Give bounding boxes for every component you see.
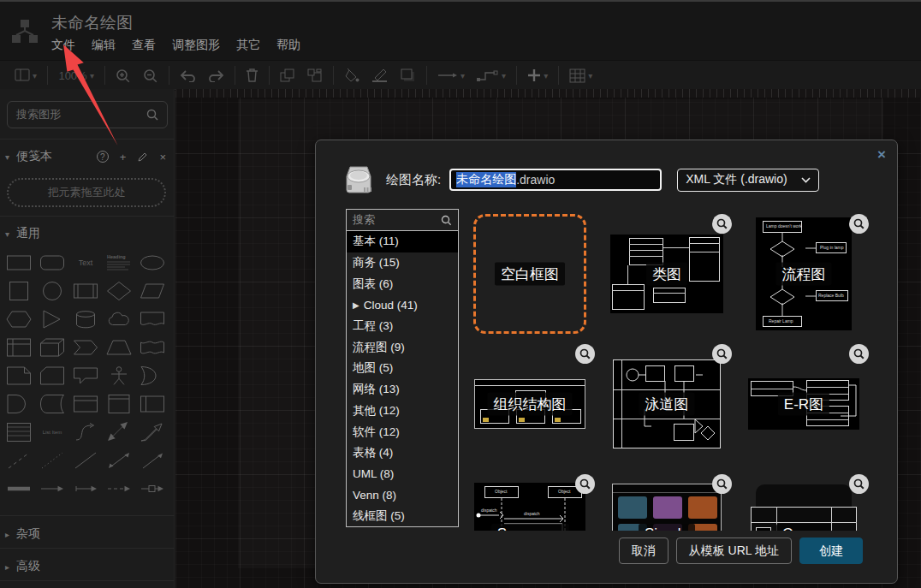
file-type-select[interactable]: XML 文件 (.drawio) <box>677 169 819 192</box>
to-front-button[interactable] <box>274 65 301 86</box>
shape-arrow-h[interactable] <box>35 474 68 502</box>
close-icon[interactable]: × <box>159 151 166 163</box>
shape-parallelogram[interactable] <box>135 276 169 305</box>
category-item-13[interactable]: 线框图 (5) <box>347 506 458 527</box>
template-simple[interactable]: Simple <box>598 469 735 531</box>
category-item-2[interactable]: 图表 (6) <box>347 273 458 294</box>
shape-circle[interactable] <box>35 276 68 305</box>
shape-search-input[interactable]: 搜索图形 <box>7 101 168 128</box>
template-swimlane[interactable]: 泳道图 <box>598 339 735 469</box>
shape-dashed-arrow-h[interactable] <box>102 474 135 502</box>
template-er-diagram[interactable]: E-R图 <box>735 339 872 469</box>
misc-section-header[interactable]: ▸ 杂项 <box>0 521 175 547</box>
shape-text[interactable]: Text <box>68 248 102 276</box>
zoom-level-dropdown[interactable]: 100% ▾ <box>52 66 100 86</box>
shape-bidirectional-arrow[interactable] <box>102 418 135 446</box>
category-item-1[interactable]: 商务 (15) <box>347 252 458 274</box>
scratchpad-dropzone[interactable]: 把元素拖至此处 <box>7 178 166 207</box>
shape-step[interactable] <box>68 333 102 361</box>
menu-help[interactable]: 帮助 <box>276 38 300 53</box>
preview-zoom-icon[interactable] <box>849 214 869 234</box>
menu-arrange[interactable]: 调整图形 <box>172 38 220 53</box>
line-color-button[interactable] <box>365 65 395 86</box>
category-item-8[interactable]: 其他 (12) <box>347 401 458 422</box>
redo-button[interactable] <box>202 66 230 86</box>
insert-button[interactable]: ▾ <box>521 65 554 86</box>
shape-triangle[interactable] <box>35 305 68 333</box>
shape-cloud[interactable] <box>102 305 135 333</box>
shape-and[interactable] <box>2 389 35 418</box>
menu-file[interactable]: 文件 <box>51 38 75 53</box>
menu-view[interactable]: 查看 <box>132 38 156 53</box>
shape-cylinder[interactable] <box>68 305 102 333</box>
preview-zoom-icon[interactable] <box>712 474 732 494</box>
shape-card[interactable] <box>35 361 68 389</box>
shape-trapezoid[interactable] <box>102 333 135 361</box>
shape-labeled-arrow[interactable] <box>135 474 169 502</box>
preview-zoom-icon[interactable] <box>575 344 595 364</box>
shape-process[interactable] <box>68 276 102 305</box>
shape-rounded-rectangle[interactable] <box>35 248 68 276</box>
category-item-7[interactable]: 网络 (13) <box>347 379 458 401</box>
template-search-input[interactable]: 搜索 <box>347 210 458 231</box>
cancel-button[interactable]: 取消 <box>619 538 668 564</box>
preview-zoom-icon[interactable] <box>575 474 595 494</box>
shape-document[interactable] <box>135 305 169 333</box>
shape-cube[interactable] <box>35 333 68 361</box>
shape-internal-storage[interactable] <box>2 333 35 361</box>
add-icon[interactable]: + <box>120 151 127 163</box>
category-item-4[interactable]: 工程 (3) <box>347 316 458 337</box>
from-template-url-button[interactable]: 从模板 URL 地址 <box>676 538 792 564</box>
shadow-button[interactable] <box>395 65 422 86</box>
general-section-header[interactable]: ▾ 通用 <box>0 221 175 246</box>
zoom-out-button[interactable] <box>137 65 164 86</box>
delete-button[interactable] <box>240 65 264 86</box>
dialog-close-icon[interactable]: × <box>877 147 886 162</box>
shape-data-storage[interactable] <box>35 389 68 418</box>
category-item-11[interactable]: UML (8) <box>347 464 458 485</box>
shape-rectangle[interactable] <box>2 248 35 276</box>
scratchpad-section-header[interactable]: ▾ 便笺本 ? + × <box>0 144 175 169</box>
shape-list[interactable] <box>2 418 35 446</box>
shape-arrow[interactable] <box>135 418 169 446</box>
shape-ellipse[interactable] <box>135 248 169 276</box>
create-button[interactable]: 创建 <box>799 538 863 564</box>
category-item-6[interactable]: 地图 (5) <box>347 358 458 379</box>
shape-container[interactable] <box>68 389 102 418</box>
shape-dotted-line[interactable] <box>35 446 68 474</box>
shape-tape[interactable] <box>135 333 169 361</box>
shape-link[interactable] <box>2 474 35 502</box>
shape-dashed-line[interactable] <box>2 446 35 474</box>
shape-list-item[interactable]: List Item <box>35 418 68 446</box>
shape-horizontal-container[interactable] <box>135 389 169 418</box>
preview-zoom-icon[interactable] <box>712 344 732 364</box>
shape-directional-connector[interactable] <box>135 446 169 474</box>
shape-curve[interactable] <box>68 418 102 446</box>
category-item-9[interactable]: 软件 (12) <box>347 421 458 442</box>
category-item-3[interactable]: ▶Cloud (41) <box>347 294 458 316</box>
category-item-12[interactable]: Venn (8) <box>347 484 458 506</box>
preview-zoom-icon[interactable] <box>849 474 869 494</box>
template-orgchart[interactable]: 组织结构图 <box>461 339 598 469</box>
template-sequence[interactable]: Object Object dispatch dispatch <box>461 469 598 531</box>
help-icon[interactable]: ? <box>97 151 109 163</box>
shape-hexagon[interactable] <box>2 305 35 333</box>
shape-square[interactable] <box>2 276 35 305</box>
menu-edit[interactable]: 编辑 <box>92 38 116 53</box>
shape-arrow-h2[interactable] <box>68 474 102 502</box>
shape-line[interactable] <box>68 446 102 474</box>
shape-heading[interactable]: Heading <box>102 248 135 276</box>
template-class-diagram[interactable]: 类图 <box>598 209 735 339</box>
shape-note[interactable] <box>2 361 35 389</box>
shape-actor[interactable] <box>102 361 135 389</box>
menu-extras[interactable]: 其它 <box>236 38 260 53</box>
advanced-section-header[interactable]: ▸ 高级 <box>0 554 175 579</box>
shape-vertical-container[interactable] <box>102 389 135 418</box>
category-item-0[interactable]: 基本 (11) <box>347 231 458 252</box>
diagram-name-input[interactable]: 未命名绘图 .drawio <box>449 169 662 191</box>
preview-zoom-icon[interactable] <box>712 214 732 234</box>
fill-color-button[interactable] <box>338 65 365 86</box>
category-item-10[interactable]: 表格 (4) <box>347 442 458 464</box>
shape-diamond[interactable] <box>102 276 135 305</box>
preview-zoom-icon[interactable] <box>849 344 869 364</box>
